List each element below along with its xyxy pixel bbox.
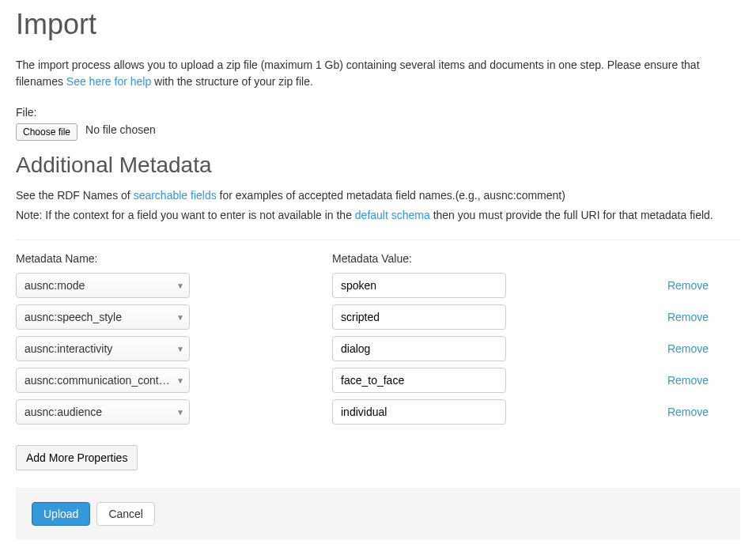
page-title: Import [16, 8, 740, 41]
metadata-name-col: ausnc:mode▼ [16, 273, 332, 298]
additional-metadata-heading: Additional Metadata [16, 153, 740, 178]
metadata-value-col [332, 273, 648, 298]
metadata-row: ausnc:speech_style▼Remove [16, 304, 740, 330]
rdf-text-before: See the RDF Names of [16, 189, 134, 202]
upload-button[interactable]: Upload [32, 502, 90, 526]
rdf-paragraph: See the RDF Names of searchable fields f… [16, 187, 740, 204]
note-paragraph: Note: If the context for a field you wan… [16, 207, 740, 224]
metadata-value-col [332, 399, 648, 425]
metadata-name-text: ausnc:communication_cont… [25, 374, 172, 387]
metadata-value-input[interactable] [332, 399, 506, 425]
intro-paragraph: The import process allows you to upload … [16, 57, 740, 90]
metadata-value-col [332, 304, 648, 330]
footer-bar: Upload Cancel [16, 488, 740, 540]
remove-link[interactable]: Remove [648, 311, 728, 323]
default-schema-link[interactable]: default schema [355, 209, 430, 221]
metadata-name-select[interactable]: ausnc:communication_cont…▼ [16, 368, 190, 393]
metadata-rows-container: ausnc:mode▼Removeausnc:speech_style▼Remo… [16, 273, 740, 425]
chevron-down-icon: ▼ [176, 281, 184, 290]
metadata-name-col: ausnc:speech_style▼ [16, 304, 332, 330]
cancel-button[interactable]: Cancel [96, 502, 155, 526]
remove-link[interactable]: Remove [648, 342, 728, 355]
file-label: File: [16, 106, 740, 119]
note-text-after: then you must provide the full URI for t… [430, 209, 713, 221]
metadata-name-header: Metadata Name: [16, 252, 332, 265]
metadata-name-select[interactable]: ausnc:mode▼ [16, 273, 190, 298]
metadata-name-col: ausnc:audience▼ [16, 399, 332, 425]
remove-link[interactable]: Remove [648, 406, 728, 418]
intro-text-after: with the structure of your zip file. [151, 75, 313, 88]
metadata-value-header: Metadata Value: [332, 252, 648, 265]
metadata-name-text: ausnc:speech_style [25, 311, 172, 323]
remove-link[interactable]: Remove [648, 374, 728, 387]
remove-link[interactable]: Remove [648, 279, 728, 292]
metadata-row: ausnc:audience▼Remove [16, 399, 740, 425]
note-text-before: Note: If the context for a field you wan… [16, 209, 355, 221]
file-section: File: Choose file No file chosen [16, 106, 740, 141]
metadata-row: ausnc:communication_cont…▼Remove [16, 368, 740, 393]
choose-file-button[interactable]: Choose file [16, 123, 77, 141]
metadata-value-input[interactable] [332, 273, 506, 298]
metadata-value-col [332, 336, 648, 361]
section-divider [16, 240, 740, 240]
metadata-name-text: ausnc:interactivity [25, 342, 172, 355]
add-more-properties-button[interactable]: Add More Properties [16, 445, 138, 470]
metadata-row: ausnc:mode▼Remove [16, 273, 740, 298]
metadata-name-col: ausnc:communication_cont…▼ [16, 368, 332, 393]
metadata-value-col [332, 368, 648, 393]
metadata-headers: Metadata Name: Metadata Value: [16, 252, 740, 265]
metadata-row: ausnc:interactivity▼Remove [16, 336, 740, 361]
metadata-value-input[interactable] [332, 304, 506, 330]
metadata-name-select[interactable]: ausnc:audience▼ [16, 399, 190, 425]
file-status-text: No file chosen [85, 123, 156, 136]
metadata-name-text: ausnc:audience [25, 406, 172, 418]
metadata-name-text: ausnc:mode [25, 279, 172, 292]
metadata-name-select[interactable]: ausnc:speech_style▼ [16, 304, 190, 330]
chevron-down-icon: ▼ [176, 376, 184, 385]
searchable-fields-link[interactable]: searchable fields [134, 189, 217, 202]
chevron-down-icon: ▼ [176, 345, 184, 353]
metadata-value-input[interactable] [332, 368, 506, 393]
metadata-name-col: ausnc:interactivity▼ [16, 336, 332, 361]
chevron-down-icon: ▼ [176, 313, 184, 322]
metadata-name-select[interactable]: ausnc:interactivity▼ [16, 336, 190, 361]
rdf-text-after: for examples of accepted metadata field … [217, 189, 565, 202]
chevron-down-icon: ▼ [176, 408, 184, 417]
metadata-value-input[interactable] [332, 336, 506, 361]
help-link[interactable]: See here for help [66, 75, 151, 88]
